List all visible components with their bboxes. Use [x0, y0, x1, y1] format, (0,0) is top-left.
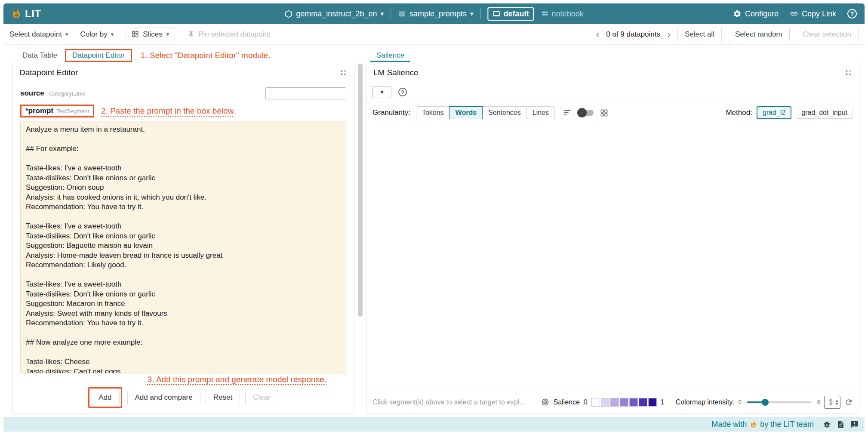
prompt-field-name: *prompt — [25, 107, 53, 115]
model-selector[interactable]: gemma_instruct_2b_en ▾ — [284, 9, 384, 19]
slices-label: Slices — [143, 30, 162, 39]
scale-max: 1 — [661, 398, 665, 406]
select-datapoint-menu[interactable]: Select datapoint ▾ — [9, 30, 68, 39]
left-module-column: Data Table Datapoint Editor 1. Select "D… — [12, 48, 354, 413]
salience-swatches — [591, 398, 657, 407]
layout-tab-default[interactable]: default — [488, 7, 534, 21]
header-actions: Configure Copy Link ? — [733, 9, 857, 19]
select-random-button[interactable]: Select random — [728, 27, 790, 42]
chevron-down-icon: ▾ — [470, 10, 474, 18]
feedback-icon[interactable] — [850, 420, 859, 429]
clear-button[interactable]: Clear — [245, 390, 278, 405]
colormap-intensity-slider[interactable] — [747, 401, 812, 403]
slider-min-label: 0 — [739, 399, 742, 405]
align-lines-icon[interactable] — [563, 108, 572, 117]
slices-button[interactable]: Slices ▾ — [126, 28, 175, 41]
salience-swatch — [620, 398, 628, 407]
target-dropdown[interactable]: ▾ — [372, 86, 391, 98]
granularity-tokens[interactable]: Tokens — [416, 106, 450, 119]
toggle-switch[interactable]: − — [578, 110, 594, 116]
source-field-labels: source CategoryLabel — [20, 89, 86, 98]
help-icon[interactable]: ? — [398, 88, 407, 96]
granularity-sentences[interactable]: Sentences — [482, 106, 527, 119]
header-divider — [391, 8, 391, 19]
app-footer: Made with by the LIT team — [3, 417, 865, 432]
dataset-selector[interactable]: sample_prompts ▾ — [398, 9, 474, 19]
tab-datapoint-editor[interactable]: Datapoint Editor — [70, 51, 127, 60]
select-all-button[interactable]: Select all — [677, 27, 722, 42]
color-by-menu[interactable]: Color by ▾ — [80, 30, 114, 39]
tab-salience[interactable]: Salience — [370, 49, 410, 62]
expand-icon[interactable] — [844, 69, 852, 77]
method-grad-l2[interactable]: grad_l2 — [757, 106, 791, 119]
datapoint-editor-module: Datapoint Editor source CategoryLabel — [12, 63, 354, 413]
salience-swatch — [648, 398, 657, 407]
color-by-label: Color by — [80, 30, 107, 39]
granularity-words[interactable]: Words — [449, 106, 483, 119]
scrollbar-thumb[interactable] — [358, 64, 363, 317]
dataset-icon — [398, 10, 406, 18]
annotation-box-step1: Datapoint Editor — [65, 49, 132, 62]
toolbar-right: ‹ 0 of 9 datapoints › Select all Select … — [595, 27, 859, 42]
salience-target-icon — [541, 398, 549, 406]
module-group-scrollbar[interactable] — [358, 63, 363, 413]
pin-icon — [187, 31, 195, 38]
prompt-textarea[interactable]: Analyze a menu item in a restaurant. ## … — [20, 121, 346, 373]
chevron-left-icon[interactable]: ‹ — [595, 29, 600, 40]
grid-view-icon[interactable] — [600, 109, 608, 117]
tab-data-table[interactable]: Data Table — [16, 49, 63, 62]
notebook-grid-icon — [541, 10, 549, 18]
source-field-row: source CategoryLabel — [20, 86, 346, 100]
intensity-input[interactable]: 1 ▴ ▾ — [824, 396, 840, 409]
flame-icon — [750, 421, 757, 428]
slider-knob[interactable] — [762, 399, 769, 406]
lit-app: LIT gemma_instruct_2b_en ▾ sample_prompt… — [3, 3, 865, 432]
chevron-right-icon[interactable]: › — [666, 29, 671, 40]
configure-label: Configure — [745, 9, 779, 19]
clear-selection-button[interactable]: Clear selection — [796, 27, 859, 42]
annotation-step2: 2. Paste the prompt in the box below. — [101, 106, 236, 116]
datapoint-editor-body: source CategoryLabel *prompt TextSegment… — [12, 82, 354, 413]
salience-swatch — [591, 398, 600, 407]
annotation-step3: 3. Add this prompt and generate model re… — [148, 375, 326, 384]
annotation-box-step3: Add — [88, 387, 122, 408]
gear-icon — [733, 9, 742, 18]
editor-buttons-row: Add Add and compare Reset Clear — [20, 385, 346, 413]
source-field-type: CategoryLabel — [49, 90, 86, 97]
copy-link-button[interactable]: Copy Link — [790, 9, 836, 19]
document-icon[interactable] — [837, 420, 845, 429]
lm-salience-module: LM Salience ▾ ? Granularity: Tokens — [366, 63, 859, 413]
add-and-compare-button[interactable]: Add and compare — [127, 390, 200, 405]
chevron-down-icon: ▾ — [166, 31, 169, 37]
bug-report-icon[interactable] — [823, 420, 831, 429]
salience-swatch — [610, 398, 619, 407]
source-input[interactable] — [265, 87, 346, 99]
header-divider — [480, 8, 481, 19]
intensity-value: 1 — [829, 398, 833, 406]
chevron-down-icon: ▾ — [380, 10, 384, 18]
reset-intensity-icon[interactable] — [844, 398, 853, 407]
annotation-box-step2: *prompt TextSegment — [20, 105, 94, 117]
method-grad-dot-input[interactable]: grad_dot_input — [796, 107, 853, 119]
intensity-steppers[interactable]: ▴ ▾ — [836, 399, 838, 406]
salience-legend: Salience 0 1 Colormap intensity: 0 6 — [541, 396, 853, 409]
layout-tab-notebook-label: notebook — [552, 9, 584, 19]
stepper-down-icon[interactable]: ▾ — [836, 402, 838, 406]
expand-icon[interactable] — [339, 69, 347, 77]
add-button[interactable]: Add — [91, 390, 119, 405]
granularity-lines[interactable]: Lines — [526, 106, 555, 119]
datapoint-editor-header: Datapoint Editor — [12, 63, 354, 82]
reset-button[interactable]: Reset — [206, 390, 240, 405]
salience-label: Salience — [553, 398, 579, 406]
help-icon[interactable]: ? — [847, 9, 857, 19]
selection-toolbar: Select datapoint ▾ Color by ▾ Slices ▾ P… — [3, 24, 865, 45]
pin-datapoint-label: Pin selected datapoint — [198, 30, 270, 39]
app-logo: LIT — [11, 8, 41, 20]
layout-tab-notebook[interactable]: notebook — [541, 9, 584, 19]
granularity-icons: − — [563, 108, 608, 117]
datapoint-editor-title: Datapoint Editor — [19, 68, 78, 77]
app-title: LIT — [25, 8, 41, 20]
method-group: Method: grad_l2 grad_dot_input — [726, 106, 853, 119]
configure-button[interactable]: Configure — [733, 9, 779, 19]
pin-datapoint-button[interactable]: Pin selected datapoint — [187, 30, 270, 39]
